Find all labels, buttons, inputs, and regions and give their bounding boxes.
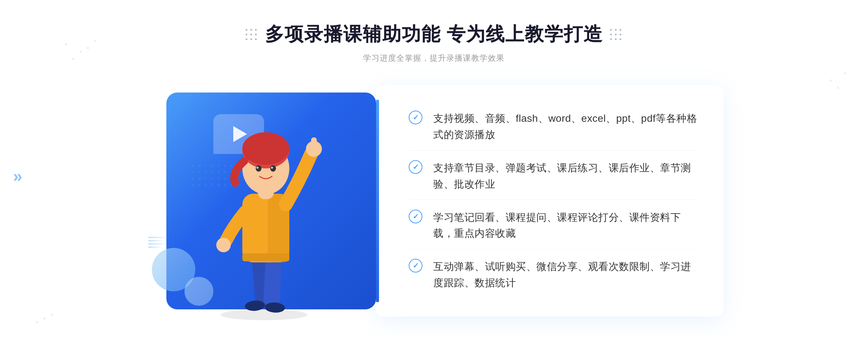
feature-item-3: ✓ 学习笔记回看、课程提问、课程评论打分、课件资料下载，重点内容收藏 bbox=[409, 202, 698, 250]
svg-rect-2 bbox=[263, 255, 282, 308]
content-area: ✓ 支持视频、音频、flash、word、excel、ppt、pdf等各种格式的… bbox=[145, 82, 723, 320]
svg-point-17 bbox=[271, 167, 273, 169]
title-dots-right bbox=[610, 29, 622, 40]
check-mark-1: ✓ bbox=[413, 114, 419, 121]
svg-rect-18 bbox=[242, 253, 289, 261]
svg-point-16 bbox=[256, 167, 259, 169]
illustration-container bbox=[145, 82, 391, 320]
page-subtitle: 学习进度全掌握，提升录播课教学效果 bbox=[363, 53, 505, 64]
feature-text-3: 学习笔记回看、课程提问、课程评论打分、课件资料下载，重点内容收藏 bbox=[433, 210, 698, 242]
svg-point-13 bbox=[242, 132, 289, 165]
feature-item-4: ✓ 互动弹幕、试听购买、微信分享、观看次数限制、学习进度跟踪、数据统计 bbox=[409, 252, 698, 299]
character-figure bbox=[199, 121, 336, 320]
check-icon-3: ✓ bbox=[409, 210, 422, 223]
feature-text-2: 支持章节目录、弹题考试、课后练习、课后作业、章节测验、批改作业 bbox=[433, 160, 698, 193]
svg-point-14 bbox=[256, 165, 261, 172]
lines-decoration bbox=[148, 237, 170, 248]
page-container: » 多项录播课辅助功能 专为线上教学打造 学习进度全掌握，提升录播课教学效果 bbox=[0, 0, 868, 352]
title-dots-left bbox=[246, 29, 258, 40]
page-title: 多项录播课辅助功能 专为线上教学打造 bbox=[265, 22, 603, 47]
feature-item-2: ✓ 支持章节目录、弹题考试、课后练习、课后作业、章节测验、批改作业 bbox=[409, 153, 698, 200]
title-row: 多项录播课辅助功能 专为线上教学打造 bbox=[246, 22, 622, 47]
check-icon-2: ✓ bbox=[409, 160, 422, 174]
svg-point-9 bbox=[216, 238, 231, 252]
feature-text-1: 支持视频、音频、flash、word、excel、ppt、pdf等各种格式的资源… bbox=[433, 111, 698, 143]
svg-rect-8 bbox=[311, 137, 317, 151]
check-icon-4: ✓ bbox=[409, 259, 422, 272]
check-mark-2: ✓ bbox=[413, 163, 419, 171]
check-icon-1: ✓ bbox=[409, 111, 422, 124]
header-section: 多项录播课辅助功能 专为线上教学打造 学习进度全掌握，提升录播课教学效果 bbox=[246, 22, 622, 64]
svg-point-15 bbox=[270, 165, 276, 172]
svg-point-0 bbox=[221, 309, 307, 320]
features-panel: ✓ 支持视频、音频、flash、word、excel、ppt、pdf等各种格式的… bbox=[376, 85, 723, 317]
outer-chevron-icon: » bbox=[13, 166, 22, 186]
feature-text-4: 互动弹幕、试听购买、微信分享、观看次数限制、学习进度跟踪、数据统计 bbox=[433, 259, 698, 291]
check-mark-3: ✓ bbox=[413, 213, 419, 220]
feature-item-1: ✓ 支持视频、音频、flash、word、excel、ppt、pdf等各种格式的… bbox=[409, 103, 698, 151]
check-mark-4: ✓ bbox=[413, 262, 419, 269]
